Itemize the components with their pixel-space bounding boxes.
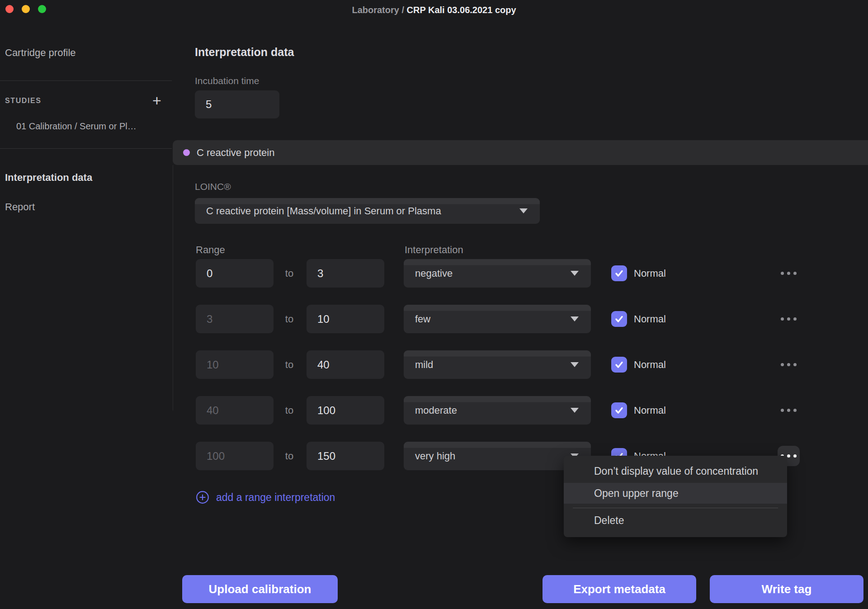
ellipsis-dot [781, 363, 784, 366]
range-from-input[interactable]: 100 [196, 442, 274, 470]
range-from-input[interactable]: 40 [196, 396, 274, 425]
normal-checkbox[interactable] [611, 311, 627, 327]
loinc-selected-value: C reactive protein [Mass/volume] in Seru… [206, 205, 441, 217]
analyte-name: C reactive protein [197, 147, 274, 159]
interpretation-selected-value: mild [415, 359, 433, 371]
loinc-select[interactable]: C reactive protein [Mass/volume] in Seru… [195, 198, 540, 224]
chevron-down-icon [571, 271, 579, 276]
normal-checkbox-label: Normal [634, 259, 666, 288]
normal-checkbox-label: Normal [634, 350, 666, 379]
write-tag-button[interactable]: Write tag [710, 575, 863, 603]
interpretation-select[interactable]: negative [404, 259, 591, 288]
add-range-interpretation-label: add a range interpretation [216, 491, 335, 504]
range-row: 10 to 40 mild Normal [0, 350, 868, 379]
interpretation-column-label: Interpretation [405, 244, 463, 256]
range-from-input[interactable]: 10 [196, 350, 274, 379]
plus-circle-icon [196, 491, 209, 504]
ellipsis-dot [793, 409, 797, 412]
to-label: to [278, 305, 301, 333]
ellipsis-dot [793, 363, 797, 366]
incubation-time-label: Incubation time [195, 76, 259, 86]
range-row: 0 to 3 negative Normal [0, 259, 868, 288]
to-label: to [278, 350, 301, 379]
to-label: to [278, 259, 301, 288]
chevron-down-icon [519, 208, 528, 213]
interpretation-selected-value: few [415, 313, 430, 325]
interpretation-selected-value: negative [415, 268, 453, 279]
to-label: to [278, 396, 301, 425]
menu-item-open-upper-range[interactable]: Open upper range [564, 483, 787, 504]
export-metadata-button[interactable]: Export metadata [542, 575, 696, 603]
to-label: to [278, 442, 301, 470]
normal-checkbox-label: Normal [634, 396, 666, 425]
interpretation-selected-value: very high [415, 450, 455, 462]
ellipsis-dot [787, 454, 790, 458]
analyte-color-dot [183, 149, 190, 156]
interpretation-select[interactable]: moderate [404, 396, 591, 425]
chevron-down-icon [571, 316, 579, 321]
ellipsis-dot [787, 363, 790, 366]
range-to-input[interactable]: 10 [307, 305, 384, 333]
ellipsis-dot [793, 272, 797, 275]
range-to-input[interactable]: 100 [307, 396, 384, 425]
normal-checkbox-label: Normal [634, 305, 666, 333]
window-title: CRP Kali 03.06.2021 copy [407, 5, 516, 15]
ellipsis-dot [781, 409, 784, 412]
range-from-input[interactable]: 0 [196, 259, 274, 288]
menu-item-delete[interactable]: Delete [564, 508, 787, 533]
row-options-button[interactable] [778, 400, 800, 420]
check-icon [614, 314, 624, 324]
sidebar-item-study[interactable]: 01 Calibration / Serum or Pl… [16, 121, 137, 132]
sidebar-divider [0, 148, 172, 149]
range-to-input[interactable]: 40 [307, 350, 384, 379]
loinc-label: LOINC® [195, 181, 231, 192]
upload-calibration-button[interactable]: Upload calibration [182, 575, 338, 603]
range-row: 3 to 10 few Normal [0, 305, 868, 333]
analyte-section-header[interactable]: C reactive protein [173, 140, 868, 165]
range-row: 40 to 100 moderate Normal [0, 396, 868, 425]
sidebar-item-cartridge-profile[interactable]: Cartridge profile [5, 47, 76, 59]
sidebar-item-report[interactable]: Report [5, 201, 35, 213]
studies-heading: STUDIES [5, 97, 42, 105]
ellipsis-dot [787, 317, 790, 321]
check-icon [614, 406, 624, 415]
incubation-time-input[interactable]: 5 [195, 90, 279, 118]
page-title: Interpretation data [195, 46, 294, 59]
interpretation-selected-value: moderate [415, 405, 457, 416]
range-from-input[interactable]: 3 [196, 305, 274, 333]
normal-checkbox[interactable] [611, 265, 627, 281]
normal-checkbox[interactable] [611, 402, 627, 418]
ellipsis-dot [793, 454, 797, 458]
chevron-down-icon [571, 362, 579, 367]
sidebar-item-interpretation-data[interactable]: Interpretation data [5, 172, 92, 184]
ellipsis-dot [787, 409, 790, 412]
interpretation-select[interactable]: mild [404, 350, 591, 379]
add-study-button[interactable]: + [149, 92, 165, 109]
row-options-button[interactable] [778, 309, 800, 329]
check-icon [614, 269, 624, 278]
ellipsis-dot [793, 317, 797, 321]
interpretation-select[interactable]: few [404, 305, 591, 333]
interpretation-select[interactable]: very high [404, 442, 591, 470]
sidebar-divider [0, 80, 172, 81]
titlebar: Laboratory / CRP Kali 03.06.2021 copy [0, 0, 868, 20]
normal-checkbox[interactable] [611, 357, 627, 373]
add-range-interpretation-link[interactable]: add a range interpretation [196, 491, 335, 504]
ellipsis-dot [781, 272, 784, 275]
ellipsis-dot [781, 317, 784, 321]
row-options-context-menu: Don’t display value of concentration Ope… [564, 456, 787, 537]
row-options-button[interactable] [778, 263, 800, 283]
row-options-button[interactable] [778, 354, 800, 375]
breadcrumb: Laboratory / [352, 5, 406, 15]
menu-item-dont-display-value[interactable]: Don’t display value of concentration [564, 459, 787, 483]
check-icon [614, 360, 624, 369]
ellipsis-dot [787, 272, 790, 275]
range-column-label: Range [196, 244, 225, 256]
chevron-down-icon [571, 408, 579, 413]
range-to-input[interactable]: 3 [307, 259, 384, 288]
range-to-input[interactable]: 150 [307, 442, 384, 470]
